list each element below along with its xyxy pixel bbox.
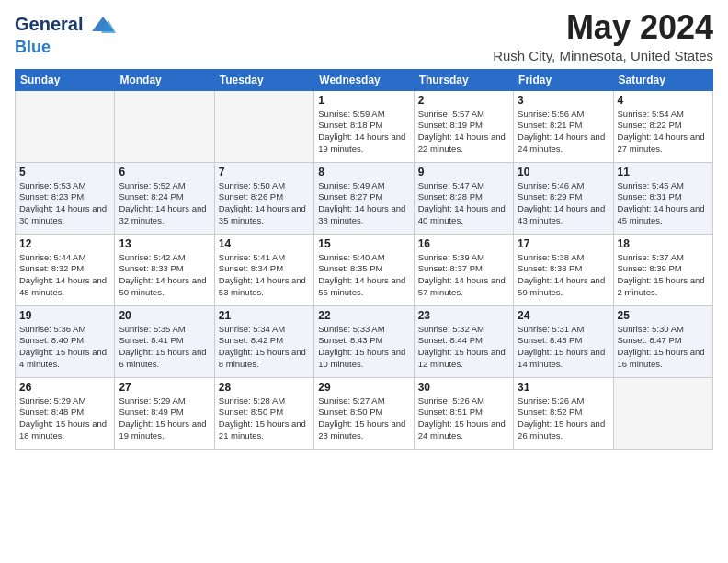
calendar-cell: 25Sunrise: 5:30 AMSunset: 8:47 PMDayligh… bbox=[613, 305, 712, 377]
calendar-cell: 20Sunrise: 5:35 AMSunset: 8:41 PMDayligh… bbox=[115, 305, 214, 377]
day-info: Sunrise: 5:34 AMSunset: 8:42 PMDaylight:… bbox=[219, 324, 310, 371]
day-number: 28 bbox=[219, 381, 310, 394]
day-info: Sunrise: 5:39 AMSunset: 8:37 PMDaylight:… bbox=[418, 252, 509, 299]
day-number: 17 bbox=[518, 237, 609, 250]
day-number: 1 bbox=[318, 94, 409, 107]
day-info: Sunrise: 5:56 AMSunset: 8:21 PMDaylight:… bbox=[518, 109, 609, 155]
day-info: Sunrise: 5:40 AMSunset: 8:35 PMDaylight:… bbox=[318, 252, 409, 299]
day-info: Sunrise: 5:41 AMSunset: 8:34 PMDaylight:… bbox=[219, 252, 310, 299]
day-info: Sunrise: 5:38 AMSunset: 8:38 PMDaylight:… bbox=[518, 252, 609, 299]
calendar-row-4: 19Sunrise: 5:36 AMSunset: 8:40 PMDayligh… bbox=[16, 305, 713, 377]
day-number: 29 bbox=[318, 381, 409, 394]
day-info: Sunrise: 5:33 AMSunset: 8:43 PMDaylight:… bbox=[318, 324, 409, 371]
day-info: Sunrise: 5:29 AMSunset: 8:48 PMDaylight:… bbox=[19, 396, 110, 442]
calendar-cell: 14Sunrise: 5:41 AMSunset: 8:34 PMDayligh… bbox=[214, 234, 313, 305]
day-number: 25 bbox=[618, 309, 709, 322]
calendar-cell: 30Sunrise: 5:26 AMSunset: 8:51 PMDayligh… bbox=[414, 377, 513, 449]
calendar-cell: 26Sunrise: 5:29 AMSunset: 8:48 PMDayligh… bbox=[16, 377, 115, 449]
day-number: 16 bbox=[418, 237, 509, 250]
day-info: Sunrise: 5:52 AMSunset: 8:24 PMDaylight:… bbox=[119, 180, 210, 227]
col-saturday: Saturday bbox=[613, 69, 712, 90]
calendar-cell: 4Sunrise: 5:54 AMSunset: 8:22 PMDaylight… bbox=[613, 90, 712, 162]
logo: General Blue bbox=[15, 13, 116, 57]
col-friday: Friday bbox=[514, 69, 613, 90]
calendar-cell bbox=[115, 90, 214, 162]
day-number: 22 bbox=[318, 309, 409, 322]
day-info: Sunrise: 5:32 AMSunset: 8:44 PMDaylight:… bbox=[418, 324, 509, 371]
calendar-cell: 22Sunrise: 5:33 AMSunset: 8:43 PMDayligh… bbox=[314, 305, 414, 377]
day-number: 21 bbox=[219, 309, 310, 322]
calendar-cell: 28Sunrise: 5:28 AMSunset: 8:50 PMDayligh… bbox=[214, 377, 313, 449]
calendar-row-5: 26Sunrise: 5:29 AMSunset: 8:48 PMDayligh… bbox=[16, 377, 713, 449]
calendar-cell: 7Sunrise: 5:50 AMSunset: 8:26 PMDaylight… bbox=[214, 162, 313, 234]
day-info: Sunrise: 5:46 AMSunset: 8:29 PMDaylight:… bbox=[518, 180, 609, 227]
day-info: Sunrise: 5:50 AMSunset: 8:26 PMDaylight:… bbox=[219, 180, 310, 227]
day-number: 13 bbox=[119, 237, 210, 250]
title-block: May 2024 Rush City, Minnesota, United St… bbox=[493, 9, 713, 63]
logo-text: General bbox=[15, 13, 116, 39]
calendar-cell bbox=[613, 377, 712, 449]
calendar-cell: 15Sunrise: 5:40 AMSunset: 8:35 PMDayligh… bbox=[314, 234, 414, 305]
day-info: Sunrise: 5:28 AMSunset: 8:50 PMDaylight:… bbox=[219, 396, 310, 442]
col-tuesday: Tuesday bbox=[214, 69, 313, 90]
day-number: 26 bbox=[19, 381, 110, 394]
col-thursday: Thursday bbox=[414, 69, 513, 90]
day-info: Sunrise: 5:59 AMSunset: 8:18 PMDaylight:… bbox=[318, 109, 409, 155]
location: Rush City, Minnesota, United States bbox=[493, 48, 713, 63]
day-number: 15 bbox=[318, 237, 409, 250]
col-wednesday: Wednesday bbox=[314, 69, 414, 90]
col-monday: Monday bbox=[115, 69, 214, 90]
day-number: 19 bbox=[19, 309, 110, 322]
day-info: Sunrise: 5:47 AMSunset: 8:28 PMDaylight:… bbox=[418, 180, 509, 227]
day-info: Sunrise: 5:44 AMSunset: 8:32 PMDaylight:… bbox=[19, 252, 110, 299]
calendar-cell: 29Sunrise: 5:27 AMSunset: 8:50 PMDayligh… bbox=[314, 377, 414, 449]
calendar-row-3: 12Sunrise: 5:44 AMSunset: 8:32 PMDayligh… bbox=[16, 234, 713, 305]
day-number: 2 bbox=[418, 94, 509, 107]
calendar-cell: 1Sunrise: 5:59 AMSunset: 8:18 PMDaylight… bbox=[314, 90, 414, 162]
day-number: 12 bbox=[19, 237, 110, 250]
calendar-cell: 9Sunrise: 5:47 AMSunset: 8:28 PMDaylight… bbox=[414, 162, 513, 234]
day-number: 10 bbox=[518, 166, 609, 178]
logo-blue: Blue bbox=[15, 39, 116, 57]
calendar-cell: 3Sunrise: 5:56 AMSunset: 8:21 PMDaylight… bbox=[514, 90, 613, 162]
page-container: General Blue May 2024 Rush City, Minneso… bbox=[0, 0, 728, 457]
calendar-cell: 6Sunrise: 5:52 AMSunset: 8:24 PMDaylight… bbox=[115, 162, 214, 234]
day-info: Sunrise: 5:27 AMSunset: 8:50 PMDaylight:… bbox=[318, 396, 409, 442]
day-info: Sunrise: 5:57 AMSunset: 8:19 PMDaylight:… bbox=[418, 109, 509, 155]
day-number: 8 bbox=[318, 166, 409, 178]
day-number: 11 bbox=[618, 166, 709, 178]
calendar-cell: 12Sunrise: 5:44 AMSunset: 8:32 PMDayligh… bbox=[16, 234, 115, 305]
day-info: Sunrise: 5:45 AMSunset: 8:31 PMDaylight:… bbox=[618, 180, 709, 227]
day-info: Sunrise: 5:29 AMSunset: 8:49 PMDaylight:… bbox=[119, 396, 210, 442]
month-year: May 2024 bbox=[493, 9, 713, 46]
day-number: 20 bbox=[119, 309, 210, 322]
day-number: 6 bbox=[119, 166, 210, 178]
calendar-cell: 27Sunrise: 5:29 AMSunset: 8:49 PMDayligh… bbox=[115, 377, 214, 449]
day-number: 24 bbox=[518, 309, 609, 322]
calendar-cell: 13Sunrise: 5:42 AMSunset: 8:33 PMDayligh… bbox=[115, 234, 214, 305]
calendar-row-1: 1Sunrise: 5:59 AMSunset: 8:18 PMDaylight… bbox=[16, 90, 713, 162]
calendar-cell: 10Sunrise: 5:46 AMSunset: 8:29 PMDayligh… bbox=[514, 162, 613, 234]
calendar-table: Sunday Monday Tuesday Wednesday Thursday… bbox=[15, 69, 713, 450]
header: General Blue May 2024 Rush City, Minneso… bbox=[15, 9, 713, 63]
calendar-cell bbox=[16, 90, 115, 162]
day-number: 9 bbox=[418, 166, 509, 178]
calendar-cell: 17Sunrise: 5:38 AMSunset: 8:38 PMDayligh… bbox=[514, 234, 613, 305]
calendar-cell: 24Sunrise: 5:31 AMSunset: 8:45 PMDayligh… bbox=[514, 305, 613, 377]
calendar-cell: 31Sunrise: 5:26 AMSunset: 8:52 PMDayligh… bbox=[514, 377, 613, 449]
day-number: 27 bbox=[119, 381, 210, 394]
calendar-header-row: Sunday Monday Tuesday Wednesday Thursday… bbox=[16, 69, 713, 90]
day-number: 30 bbox=[418, 381, 509, 394]
day-info: Sunrise: 5:26 AMSunset: 8:52 PMDaylight:… bbox=[518, 396, 609, 442]
day-number: 23 bbox=[418, 309, 509, 322]
day-info: Sunrise: 5:42 AMSunset: 8:33 PMDaylight:… bbox=[119, 252, 210, 299]
day-info: Sunrise: 5:26 AMSunset: 8:51 PMDaylight:… bbox=[418, 396, 509, 442]
calendar-cell: 11Sunrise: 5:45 AMSunset: 8:31 PMDayligh… bbox=[613, 162, 712, 234]
day-info: Sunrise: 5:31 AMSunset: 8:45 PMDaylight:… bbox=[518, 324, 609, 371]
day-number: 7 bbox=[219, 166, 310, 178]
calendar-row-2: 5Sunrise: 5:53 AMSunset: 8:23 PMDaylight… bbox=[16, 162, 713, 234]
day-info: Sunrise: 5:49 AMSunset: 8:27 PMDaylight:… bbox=[318, 180, 409, 227]
calendar-cell: 23Sunrise: 5:32 AMSunset: 8:44 PMDayligh… bbox=[414, 305, 513, 377]
day-info: Sunrise: 5:54 AMSunset: 8:22 PMDaylight:… bbox=[618, 109, 709, 155]
col-sunday: Sunday bbox=[16, 69, 115, 90]
